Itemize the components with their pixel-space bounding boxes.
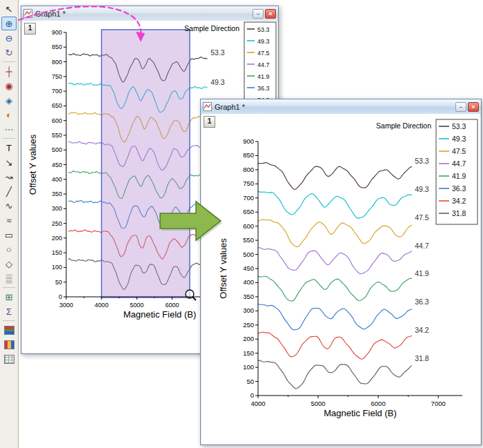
- spectrum-curve-41.9[interactable]: [258, 276, 412, 301]
- arrow-tool[interactable]: ↘: [1, 155, 17, 169]
- y-tick-label: 600: [52, 117, 62, 124]
- legend-title: Sample Direction: [184, 24, 239, 32]
- curve-label: 49.3: [210, 78, 225, 86]
- worksheet-cells-tool-swatch: [4, 355, 14, 364]
- x-axis-title: Magnetic Field (B): [124, 309, 196, 320]
- y-axis-title: Offset Y values: [28, 134, 38, 195]
- layer1-badge[interactable]: 1: [204, 116, 215, 128]
- spectrum-curve-44.7[interactable]: [258, 248, 412, 274]
- line-tool[interactable]: ╱: [1, 184, 17, 198]
- app-root: ↖⊕⊖↻┼◉◈◐⋯T↘↝╱∿≈▭○◇▒⊞Σ Graph1 * − × 1 53.…: [0, 0, 483, 448]
- titlebar[interactable]: Graph1 * − ×: [201, 99, 481, 115]
- legend-entry-label: 36.3: [257, 85, 270, 92]
- zoom-selection-region[interactable]: [101, 30, 190, 298]
- y-tick-label: 250: [52, 220, 62, 227]
- y-tick-label: 450: [243, 264, 254, 272]
- curve-label: 31.8: [415, 354, 429, 362]
- y-tick-label: 350: [243, 293, 254, 300]
- curve-label: 49.3: [415, 185, 429, 193]
- draw-data-tool[interactable]: ⋯: [1, 122, 17, 136]
- y-tick-label: 100: [52, 264, 62, 271]
- layer1-badge[interactable]: 1: [24, 23, 36, 35]
- circle-tool[interactable]: ○: [1, 242, 17, 256]
- insert-graph-tool[interactable]: ⊞: [1, 290, 17, 304]
- y-tick-label: 0: [250, 391, 254, 399]
- spectrum-curve-49.3[interactable]: [258, 191, 412, 218]
- y-tick-label: 900: [243, 137, 254, 145]
- mask-range-tool[interactable]: ◐: [1, 108, 17, 121]
- text-tool[interactable]: T: [1, 141, 17, 155]
- rotate-tool[interactable]: ↻: [1, 46, 17, 59]
- y-tick-label: 700: [243, 194, 254, 202]
- y-tick-label: 800: [52, 59, 62, 66]
- legend-entry-label: 44.7: [452, 159, 466, 168]
- y-axis-title: Offset Y values: [218, 238, 228, 299]
- graph-page: 1 53.349.347.544.741.936.334.231.8050100…: [201, 114, 480, 444]
- curved-arrow-tool[interactable]: ↝: [1, 170, 17, 184]
- curve-label: 47.5: [415, 213, 429, 222]
- data-reader-tool[interactable]: ◉: [1, 79, 17, 92]
- legend-entry-label: 41.9: [257, 73, 270, 80]
- y-tick-label: 50: [246, 378, 254, 385]
- data-selector-tool[interactable]: ◈: [1, 93, 17, 107]
- y-tick-label: 600: [243, 222, 254, 230]
- insert-equation-tool[interactable]: Σ: [1, 304, 17, 318]
- close-button[interactable]: ×: [468, 102, 479, 112]
- y-tick-label: 750: [243, 179, 254, 187]
- x-tick-label: 7000: [431, 400, 446, 407]
- x-tick-label: 6000: [165, 302, 179, 309]
- palette-tool[interactable]: [1, 338, 17, 351]
- minimize-button[interactable]: −: [253, 9, 264, 19]
- spectrum-curve-47.5[interactable]: [258, 220, 412, 246]
- y-tick-label: 650: [243, 208, 254, 215]
- curve-label: 41.9: [415, 269, 429, 277]
- curve-label: 44.7: [415, 242, 429, 250]
- color-list-tool[interactable]: [1, 323, 17, 337]
- legend-box[interactable]: 53.349.347.544.741.936.334.231.8: [436, 119, 477, 224]
- toolbar-separator: [3, 287, 15, 288]
- spectrum-curve-31.8[interactable]: [258, 360, 412, 389]
- legend-entry-label: 53.3: [257, 26, 270, 33]
- graph-window-front[interactable]: Graph1 * − × 1 53.349.347.544.741.936.33…: [200, 99, 482, 445]
- y-tick-label: 550: [243, 236, 254, 244]
- zoom-cursor-icon: [186, 290, 196, 300]
- color-list-tool-swatch: [4, 326, 14, 335]
- y-tick-label: 300: [243, 306, 254, 314]
- polyline-tool[interactable]: ∿: [1, 199, 17, 213]
- graph-window-icon: [203, 102, 212, 111]
- zoom-out-tool[interactable]: ⊖: [1, 31, 17, 45]
- legend-entry-label: 47.5: [257, 50, 270, 57]
- minimize-button[interactable]: −: [455, 102, 466, 112]
- x-tick-label: 4000: [95, 302, 108, 309]
- legend-entry-label: 41.9: [452, 172, 466, 180]
- legend-entry-label: 34.2: [452, 197, 466, 205]
- worksheet-cells-tool[interactable]: [1, 352, 17, 366]
- x-tick-label: 5000: [310, 400, 325, 407]
- zoom-in-tool[interactable]: ⊕: [1, 17, 17, 30]
- x-tick-label: 6000: [371, 400, 386, 407]
- titlebar[interactable]: Graph1 * − ×: [21, 6, 278, 21]
- x-tick-label: 5000: [130, 302, 144, 309]
- y-tick-label: 200: [52, 235, 62, 242]
- y-tick-label: 700: [52, 88, 62, 95]
- curve-label: 36.3: [415, 298, 429, 306]
- pointer-tool[interactable]: ↖: [1, 2, 17, 16]
- legend-entry-label: 36.3: [452, 184, 466, 193]
- y-tick-label: 300: [52, 205, 62, 212]
- spectrum-curve-34.2[interactable]: [258, 332, 412, 359]
- close-button[interactable]: ×: [265, 9, 276, 19]
- polygon-tool[interactable]: ◇: [1, 257, 17, 271]
- window-title: Graph1 *: [35, 10, 253, 18]
- spectrum-curve-53.3[interactable]: [258, 163, 412, 190]
- rectangle-tool[interactable]: ▭: [1, 228, 17, 242]
- y-tick-label: 0: [59, 293, 62, 300]
- curve-label: 53.3: [210, 48, 225, 57]
- window-title: Graph1 *: [215, 103, 455, 111]
- screen-reader-tool[interactable]: ┼: [1, 64, 17, 78]
- freehand-tool[interactable]: ≈: [1, 213, 17, 227]
- legend-entry-label: 47.5: [452, 147, 466, 155]
- y-tick-label: 150: [243, 349, 254, 357]
- spectrum-curve-36.3[interactable]: [258, 304, 412, 329]
- region-mask-tool[interactable]: ▒: [1, 271, 17, 285]
- graph1-zoomed-plot[interactable]: 53.349.347.544.741.936.334.231.805010015…: [201, 114, 480, 442]
